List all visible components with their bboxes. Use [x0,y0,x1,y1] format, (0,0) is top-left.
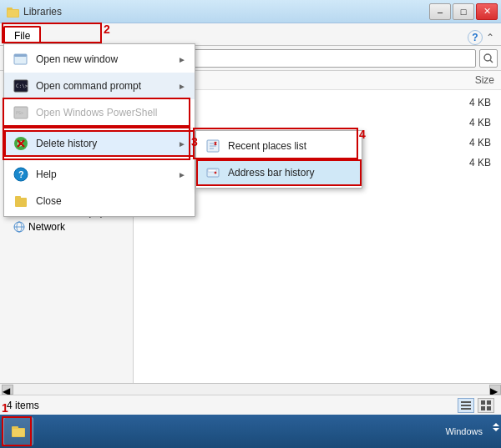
ribbon-tab-right: ? ⌃ [468,30,501,45]
svg-rect-25 [487,406,491,410]
svg-rect-19 [461,401,471,403]
menu-open-command-prompt[interactable]: C:\> Open command prompt ► [4,73,195,99]
taskbar-right: Windows [445,423,498,440]
svg-text:PS>: PS> [16,110,23,115]
taskbar-arrows[interactable] [493,423,498,440]
address-bar-history-label: Address bar history [228,167,353,179]
address-history-icon [205,164,221,181]
ps-icon: PS> [13,105,28,120]
size-3: 4 KB [469,137,491,148]
svg-rect-20 [461,405,471,406]
menu-separator-2 [4,159,195,159]
horizontal-scrollbar[interactable]: ◀ ▶ [0,383,501,395]
collapse-icon[interactable]: ⌃ [486,32,494,43]
delete-icon: ↺ [13,136,28,151]
delete-history-icon: ↺ [13,135,29,152]
svg-text:?: ? [18,169,24,179]
svg-line-6 [490,60,493,63]
tiles-view-icon [481,400,491,410]
svg-rect-22 [481,400,485,405]
submenu-recent-places[interactable]: Recent places list [196,133,362,159]
help-menu-icon: ? [13,166,29,183]
question-icon: ? [13,167,28,182]
svg-rect-49 [15,196,21,199]
svg-rect-2 [8,10,18,17]
search-button[interactable] [479,49,498,68]
folder-close-icon [13,194,28,209]
delete-history-label: Delete history [36,138,171,149]
network-icon [13,221,25,233]
open-command-prompt-label: Open command prompt [36,80,171,92]
delete-history-arrow: ► [178,139,186,148]
open-new-window-arrow: ► [178,55,186,64]
svg-text:C:\>: C:\> [16,83,28,88]
help-arrow: ► [178,170,186,179]
minimize-button[interactable]: – [429,3,451,20]
delete-history-submenu: Recent places list Address bar history [195,130,362,189]
help-label: Help [36,169,171,180]
view-buttons [458,398,494,413]
sidebar-item-network[interactable]: Network [0,219,133,234]
window-title: Libraries [23,6,62,18]
scroll-left-button[interactable]: ◀ [2,385,13,395]
tab-file-label: File [14,30,30,42]
recent-icon [205,138,220,154]
title-bar: Libraries – □ ✕ [0,0,501,23]
taskbar-folder-icon [11,424,26,439]
maximize-button[interactable]: □ [453,3,474,20]
svg-point-5 [484,54,491,61]
svg-rect-21 [461,408,471,410]
menu-separator-1 [4,128,195,128]
size-1: 4 KB [469,97,491,108]
size-4: 4 KB [469,157,491,169]
recent-places-label: Recent places list [228,140,353,152]
taskbar-windows-label: Windows [445,426,483,436]
command-prompt-icon: C:\> [13,78,28,93]
taskbar-libraries-button[interactable] [3,417,33,445]
network-label: Network [28,221,65,233]
ribbon: File ? ⌃ [0,23,501,46]
tiles-view-button[interactable] [478,398,494,413]
details-view-icon [461,400,471,410]
status-bar: 4 items [0,395,501,415]
open-new-window-label: Open new window [36,53,171,65]
item-count: 4 items [7,400,39,411]
taskbar-up-arrow [493,423,499,426]
menu-open-new-window[interactable]: Open new window ► [4,46,195,73]
menu-help[interactable]: ? Help ► [4,161,195,188]
taskbar-down-arrow [493,428,499,431]
close-button[interactable]: ✕ [476,3,498,20]
address-icon [205,165,220,180]
file-menu: Open new window ► C:\> Open command prom… [3,43,195,217]
submenu-address-bar-history[interactable]: Address bar history [196,159,362,186]
size-2: 4 KB [469,117,491,128]
menu-close[interactable]: Close [4,188,195,214]
tab-file[interactable]: File [3,26,41,45]
title-bar-left: Libraries [7,5,62,18]
help-icon[interactable]: ? [468,30,483,45]
menu-open-powershell[interactable]: PS> Open Windows PowerShell [4,99,195,126]
size-column-header: Size [475,74,494,86]
title-bar-controls: – □ ✕ [429,3,498,20]
svg-rect-52 [13,429,24,436]
svg-rect-27 [14,54,27,57]
open-window-icon [13,51,29,68]
scroll-right-button[interactable]: ▶ [489,385,501,395]
recent-places-icon [205,138,221,154]
menu-delete-history[interactable]: ↺ Delete history ► [4,130,195,157]
taskbar: 1 Windows [0,415,501,448]
scroll-track[interactable] [13,385,489,394]
window-icon [13,52,28,67]
svg-rect-24 [481,406,485,410]
close-label: Close [36,195,186,207]
search-icon [483,53,493,63]
cmd-arrow: ► [178,82,186,91]
svg-rect-23 [487,400,491,405]
open-powershell-label: Open Windows PowerShell [36,107,186,118]
cmd-icon: C:\> [13,78,29,94]
powershell-icon: PS> [13,104,29,121]
main-window: Libraries – □ ✕ File ? ⌃ ← → ↑ [0,0,501,415]
close-menu-icon [13,193,29,209]
window-icon [7,5,20,18]
details-view-button[interactable] [458,398,474,413]
